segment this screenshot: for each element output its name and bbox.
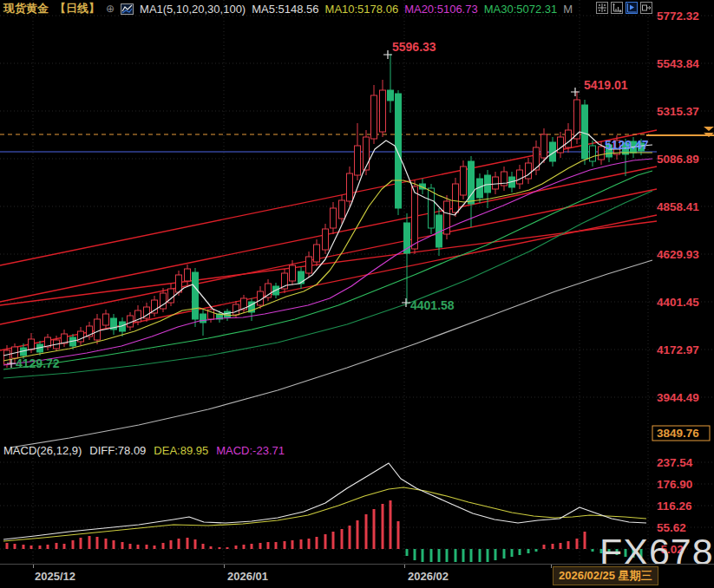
ma100-value-truncated: M (563, 3, 573, 16)
price-axis-label: 5315.37 (657, 105, 699, 118)
candle-body (599, 147, 605, 160)
price-annotation: 5596.33 (392, 40, 436, 54)
macd-axis-label: 176.90 (657, 478, 692, 491)
chart-header: 现货黄金 【日线】 ⊕ MA1(5,10,20,30,100) MA5:5148… (3, 1, 573, 16)
expand-icon[interactable]: ⊕ (106, 3, 115, 15)
candle-body (541, 134, 547, 158)
pan-tool-icon[interactable] (596, 2, 608, 14)
scale-min-label: 3849.76 (657, 427, 699, 440)
candle-body (233, 304, 239, 315)
price-axis-label: 5772.32 (657, 10, 699, 23)
candle-body (582, 105, 588, 159)
candle-body (331, 208, 337, 228)
candle-body (355, 146, 361, 175)
ma250-line (10, 260, 652, 448)
date-axis: 2025/122026/012026/022026/02/25 星期三 (0, 564, 714, 588)
candle-body (371, 95, 377, 139)
candle-body (558, 137, 564, 153)
candle-body (396, 94, 402, 208)
macd-settings-label[interactable]: MACD(26,12,9) (3, 444, 82, 457)
macd-header: MACD(26,12,9) DIFF:78.09 DEA:89.95 MACD:… (3, 444, 285, 457)
price-annotation: 4401.58 (410, 298, 455, 312)
candle-body (517, 170, 523, 184)
annotation-cross (571, 88, 580, 96)
candle-body (200, 314, 206, 323)
price-axis-label: 4858.41 (657, 200, 699, 213)
macd-value: MACD:-23.71 (216, 444, 285, 457)
candle-body (388, 90, 394, 101)
trading-chart-app: 5596.335419.014401.584129.725129.475772.… (0, 0, 714, 588)
candle-body (323, 229, 329, 250)
indicator-chart-icon[interactable] (121, 3, 134, 15)
candle-body (590, 146, 596, 161)
diff-line (3, 463, 646, 539)
axis-scale-icon[interactable] (611, 2, 623, 14)
macd-axis-label: 116.26 (657, 500, 692, 513)
dea-line (3, 487, 646, 541)
current-date-badge: 2026/02/25 星期三 (553, 566, 658, 585)
candle-body (339, 200, 345, 219)
price-axis-label: 3944.49 (657, 391, 699, 404)
date-label: 2025/12 (35, 570, 75, 583)
candle-body (314, 245, 320, 262)
candle-body (306, 257, 312, 273)
date-tick (224, 565, 225, 568)
candle-body (566, 130, 572, 147)
candle-body (364, 137, 370, 170)
candle-body (347, 173, 353, 201)
chart-toolbar (596, 2, 652, 14)
candle-body (193, 272, 199, 319)
candle-body (412, 186, 418, 249)
candle-body (103, 314, 109, 325)
price-axis-label: 4172.97 (657, 343, 699, 356)
trend-line (0, 189, 657, 324)
ma5-value: MA5:5148.56 (252, 3, 318, 16)
candle-body (95, 319, 101, 340)
price-axis-label: 5543.84 (657, 57, 699, 70)
date-tick (404, 565, 405, 568)
symbol-title: 现货黄金 (3, 1, 49, 16)
candle-body (29, 339, 35, 350)
ma30-value: MA30:5072.31 (484, 3, 558, 16)
candle-body (429, 188, 435, 228)
ma-settings-label[interactable]: MA1(5,10,20,30,100) (140, 3, 246, 16)
candle-body (185, 269, 191, 281)
price-annotation: 5419.01 (584, 78, 628, 92)
dea-value: DEA:89.95 (154, 444, 208, 457)
date-label: 2026/01 (227, 570, 268, 583)
candle-body (298, 271, 305, 284)
ma30-line (3, 171, 652, 369)
chart-canvas[interactable]: 5596.335419.014401.584129.725129.475772.… (0, 0, 714, 564)
candle-body (461, 167, 467, 195)
price-axis-label: 4401.45 (657, 296, 699, 309)
candle-body (453, 184, 459, 212)
candle-body (176, 275, 182, 292)
date-tick (551, 565, 552, 568)
price-annotation: 4129.72 (16, 356, 60, 370)
ma10-value: MA10:5178.06 (325, 3, 399, 16)
candle-body (4, 350, 10, 364)
macd-axis-label: 237.54 (657, 456, 693, 469)
candle-body (493, 177, 499, 189)
date-label: 2026/02 (408, 570, 449, 583)
detach-window-icon[interactable] (640, 2, 652, 14)
candle-body (290, 265, 296, 281)
crosshair-mode-icon[interactable] (626, 2, 638, 14)
ma20-line (3, 159, 652, 365)
diff-value: DIFF:78.09 (89, 444, 146, 457)
candle-body (485, 175, 491, 193)
ma20-value: MA20:5106.73 (404, 3, 478, 16)
date-tick (33, 565, 34, 568)
last-price-label: 5129.47 (605, 138, 649, 152)
candle-body (380, 90, 386, 132)
price-axis-label: 4629.93 (657, 248, 699, 261)
period-label: 【日线】 (55, 1, 100, 16)
price-axis-label: 5086.89 (657, 153, 699, 166)
